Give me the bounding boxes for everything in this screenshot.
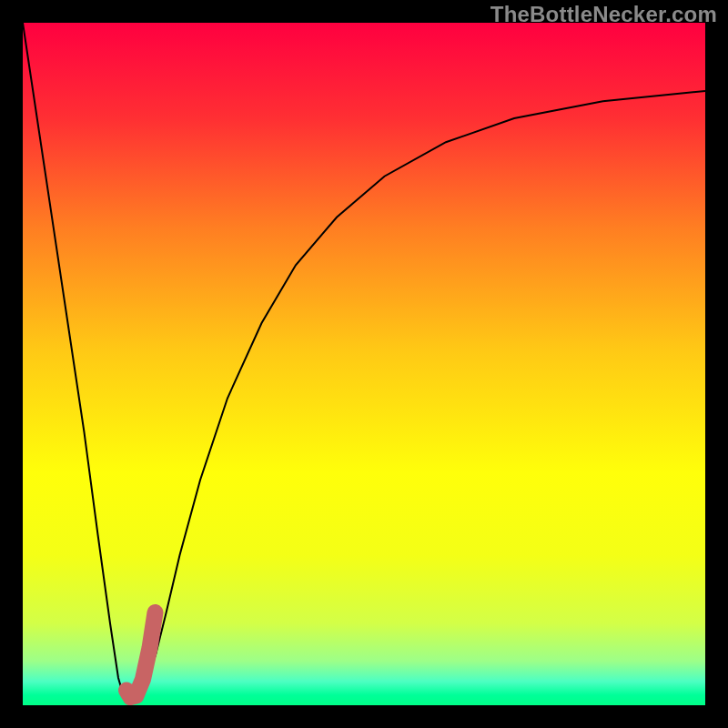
chart-background bbox=[23, 23, 705, 705]
chart-frame: TheBottleNecker.com bbox=[0, 0, 728, 728]
bottleneck-chart bbox=[23, 23, 705, 705]
